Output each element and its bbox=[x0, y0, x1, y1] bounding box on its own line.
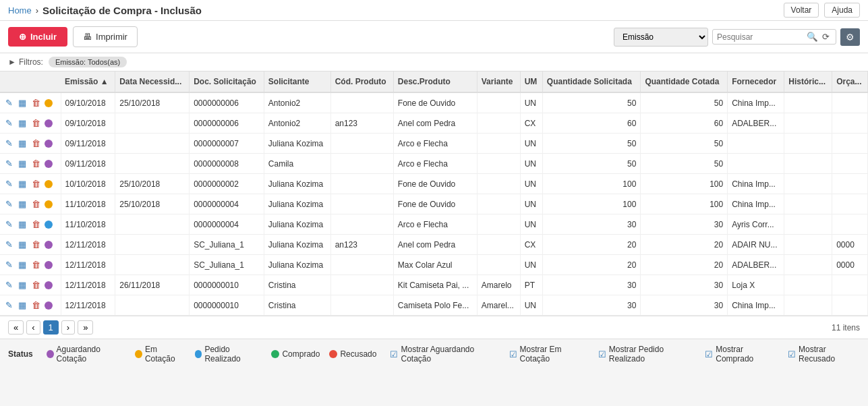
first-page-button[interactable]: « bbox=[8, 320, 24, 335]
col-data-nec[interactable]: Data Necessid... bbox=[115, 71, 190, 92]
status-item-3: Comprado bbox=[271, 349, 320, 359]
edit-icon-6[interactable]: ✎ bbox=[4, 219, 14, 230]
delete-icon-0[interactable]: 🗑 bbox=[30, 97, 42, 109]
show-option-2[interactable]: ☑Mostrar Pedido Realizado bbox=[598, 345, 696, 364]
edit-icon-2[interactable]: ✎ bbox=[4, 138, 14, 149]
copy-icon-3[interactable]: ▦ bbox=[17, 158, 28, 169]
cell-um-0: UN bbox=[520, 92, 542, 113]
copy-icon-9[interactable]: ▦ bbox=[17, 279, 28, 291]
col-qtd-cot[interactable]: Quantidade Cotada bbox=[641, 71, 728, 92]
copy-icon-2[interactable]: ▦ bbox=[17, 138, 28, 149]
col-fornecedor[interactable]: Fornecedor bbox=[728, 71, 784, 92]
col-orca[interactable]: Orça... bbox=[832, 71, 868, 92]
delete-icon-6[interactable]: 🗑 bbox=[30, 219, 42, 230]
status-dot-10 bbox=[45, 301, 53, 310]
copy-icon-0[interactable]: ▦ bbox=[17, 97, 28, 109]
cell-um-8: UN bbox=[520, 255, 542, 275]
edit-icon-7[interactable]: ✎ bbox=[4, 239, 14, 250]
last-page-button[interactable]: » bbox=[78, 320, 93, 335]
delete-icon-4[interactable]: 🗑 bbox=[30, 178, 42, 190]
show-option-1[interactable]: ☑Mostrar Em Cotação bbox=[509, 345, 589, 364]
delete-icon-10[interactable]: 🗑 bbox=[30, 299, 42, 311]
row-actions-8: ✎ ▦ 🗑 bbox=[0, 255, 61, 275]
delete-icon-8[interactable]: 🗑 bbox=[30, 259, 42, 270]
col-variante[interactable]: Variante bbox=[477, 71, 520, 92]
checkbox-icon-2: ☑ bbox=[598, 349, 606, 359]
cell-qtd-cot-8: 20 bbox=[641, 255, 728, 275]
edit-icon-10[interactable]: ✎ bbox=[4, 299, 14, 311]
show-option-0[interactable]: ☑Mostrar Aguardando Cotação bbox=[390, 345, 499, 364]
edit-icon-4[interactable]: ✎ bbox=[4, 178, 14, 190]
cell-qtd-sol-7: 20 bbox=[542, 235, 641, 255]
gear-button[interactable]: ⚙ bbox=[840, 28, 860, 46]
delete-icon-7[interactable]: 🗑 bbox=[30, 239, 42, 250]
col-emissao[interactable]: Emissão ▲ bbox=[61, 71, 115, 92]
filtro-emissao-tag[interactable]: Emissão: Todos(as) bbox=[49, 57, 127, 67]
pagination-controls: « ‹ 1 › » bbox=[8, 320, 93, 335]
show-option-3[interactable]: ☑Mostrar Comprado bbox=[705, 345, 778, 364]
cell-variante-9: Amarelo bbox=[477, 275, 520, 295]
cell-emissao-3: 09/11/2018 bbox=[61, 154, 115, 174]
col-um[interactable]: UM bbox=[520, 71, 542, 92]
table-row: ✎ ▦ 🗑 12/11/2018 SC_Juliana_1 Juliana Ko… bbox=[0, 235, 868, 255]
cell-cod-produto-5 bbox=[330, 194, 393, 214]
cell-fornecedor-3 bbox=[728, 154, 784, 174]
table-row: ✎ ▦ 🗑 09/10/2018 0000000006 Antonio2 an1… bbox=[0, 113, 868, 134]
col-qtd-sol[interactable]: Quantidade Solicitada bbox=[542, 71, 641, 92]
col-desc-produto[interactable]: Desc.Produto bbox=[393, 71, 477, 92]
edit-icon-9[interactable]: ✎ bbox=[4, 279, 14, 291]
copy-icon-8[interactable]: ▦ bbox=[17, 259, 28, 270]
delete-icon-9[interactable]: 🗑 bbox=[30, 279, 42, 291]
emissao-select[interactable]: Emissão bbox=[614, 28, 708, 47]
delete-icon-3[interactable]: 🗑 bbox=[30, 158, 42, 169]
checkbox-icon-0: ☑ bbox=[390, 349, 398, 359]
edit-icon-1[interactable]: ✎ bbox=[4, 117, 14, 129]
show-option-label-1: Mostrar Em Cotação bbox=[520, 345, 589, 364]
show-option-4[interactable]: ☑Mostrar Recusado bbox=[788, 345, 860, 364]
filtros-text: Filtros: bbox=[19, 57, 43, 67]
cell-cod-produto-4 bbox=[330, 174, 393, 194]
cell-solicitante-0: Antonio2 bbox=[264, 92, 330, 113]
col-historico[interactable]: Históric... bbox=[784, 71, 832, 92]
home-link[interactable]: Home bbox=[8, 5, 32, 16]
search-clear-button[interactable]: ⟳ bbox=[820, 32, 832, 42]
col-cod-produto[interactable]: Cód. Produto bbox=[330, 71, 393, 92]
edit-icon-8[interactable]: ✎ bbox=[4, 259, 14, 270]
current-page-button[interactable]: 1 bbox=[43, 320, 59, 335]
copy-icon-10[interactable]: ▦ bbox=[17, 299, 28, 311]
filtros-label[interactable]: ► Filtros: bbox=[8, 57, 43, 67]
show-option-label-0: Mostrar Aguardando Cotação bbox=[401, 345, 499, 364]
cell-cod-produto-0 bbox=[330, 92, 393, 113]
copy-icon-1[interactable]: ▦ bbox=[17, 117, 28, 129]
search-input[interactable] bbox=[717, 32, 805, 42]
edit-icon-0[interactable]: ✎ bbox=[4, 97, 14, 109]
data-table: Emissão ▲ Data Necessid... Doc. Solicita… bbox=[0, 71, 868, 316]
copy-icon-7[interactable]: ▦ bbox=[17, 239, 28, 250]
prev-page-button[interactable]: ‹ bbox=[26, 320, 40, 335]
col-solicitante[interactable]: Solicitante bbox=[264, 71, 330, 92]
col-doc[interactable]: Doc. Solicitação bbox=[190, 71, 264, 92]
copy-icon-4[interactable]: ▦ bbox=[17, 178, 28, 190]
delete-icon-1[interactable]: 🗑 bbox=[30, 117, 42, 129]
cell-fornecedor-0: China Imp... bbox=[728, 92, 784, 113]
cell-cod-produto-7: an123 bbox=[330, 235, 393, 255]
cell-orca-10 bbox=[832, 295, 868, 316]
copy-icon-6[interactable]: ▦ bbox=[17, 219, 28, 230]
ajuda-button[interactable]: Ajuda bbox=[824, 3, 860, 18]
next-page-button[interactable]: › bbox=[61, 320, 75, 335]
voltar-button[interactable]: Voltar bbox=[784, 3, 819, 18]
search-icon-button[interactable]: 🔍 bbox=[805, 32, 820, 42]
edit-icon-5[interactable]: ✎ bbox=[4, 198, 14, 210]
checkbox-icon-4: ☑ bbox=[788, 349, 796, 359]
cell-qtd-cot-9: 30 bbox=[641, 275, 728, 295]
row-actions-4: ✎ ▦ 🗑 bbox=[0, 174, 61, 194]
imprimir-button[interactable]: 🖶 Imprimir bbox=[73, 26, 138, 47]
delete-icon-2[interactable]: 🗑 bbox=[30, 138, 42, 149]
copy-icon-5[interactable]: ▦ bbox=[17, 198, 28, 210]
cell-solicitante-5: Juliana Kozima bbox=[264, 194, 330, 214]
cell-solicitante-10: Cristina bbox=[264, 295, 330, 316]
delete-icon-5[interactable]: 🗑 bbox=[30, 198, 42, 210]
edit-icon-3[interactable]: ✎ bbox=[4, 158, 14, 169]
incluir-button[interactable]: ⊕ Incluir bbox=[8, 27, 67, 47]
top-bar: Home › Solicitação de Compra - Inclusão … bbox=[0, 0, 868, 21]
